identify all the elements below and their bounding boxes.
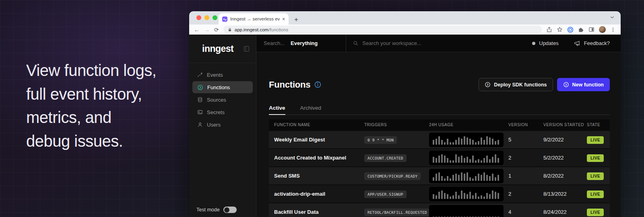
sidebar-item-secrets[interactable]: Secrets <box>192 106 253 118</box>
version: 4 <box>508 209 543 215</box>
search-trigger[interactable]: Search... <box>264 40 285 46</box>
workspace-search[interactable] <box>353 40 532 46</box>
toolbar-actions <box>546 26 616 33</box>
share-icon[interactable] <box>546 27 552 33</box>
bookmark-star-icon[interactable] <box>557 27 563 33</box>
tab-active[interactable]: Active <box>269 105 285 115</box>
megaphone-icon <box>574 40 580 47</box>
table-row[interactable]: Send SMS CUSTOMER/PICKUP.READY 1 8/2/202… <box>269 166 610 184</box>
secrets-icon <box>197 109 203 115</box>
sidebar-item-label: Users <box>207 122 221 128</box>
test-mode-label: Test mode <box>196 207 220 213</box>
close-window-button[interactable] <box>196 15 201 20</box>
deploy-icon <box>485 82 491 88</box>
sidebar-item-label: Sources <box>207 97 226 103</box>
function-name: Account Created to Mixpanel <box>269 155 364 161</box>
function-name: Send SMS <box>269 173 364 179</box>
feedback-label: Feedback? <box>584 40 610 46</box>
browser-tab[interactable]: Inngest → serverless event-dri ✕ <box>219 13 289 25</box>
deploy-button-label: Deploy SDK functions <box>494 82 547 88</box>
table-row[interactable]: Weekly Email Digest 0 9 * * MON 5 9/2/20… <box>269 130 610 148</box>
extensions-puzzle-icon[interactable] <box>578 27 584 33</box>
updates-label: Updates <box>539 40 558 46</box>
new-function-button[interactable]: New function <box>557 78 610 91</box>
table-header: FUNCTION NAME TRIGGERS 24H USAGE VERSION… <box>269 119 610 130</box>
column-header: VERSION <box>508 123 543 127</box>
info-icon[interactable] <box>314 81 321 88</box>
page-title: Functions <box>269 80 321 90</box>
version-started: 8/2/2022 <box>543 173 587 179</box>
hero-line: full event history, <box>26 82 156 106</box>
inngest-favicon <box>222 16 228 22</box>
version: 2 <box>508 191 543 197</box>
sidebar-item-users[interactable]: Users <box>192 119 253 131</box>
trigger-badge: APP/USER.SIGNUP <box>364 190 407 198</box>
forward-icon[interactable]: → <box>204 27 210 33</box>
page-title-text: Functions <box>269 80 310 90</box>
test-mode-control: Test mode <box>196 207 237 213</box>
maximize-window-button[interactable] <box>213 15 217 20</box>
lock-icon <box>227 27 232 32</box>
state-badge: LIVE <box>587 154 604 162</box>
state-badge: LIVE <box>587 172 604 180</box>
function-tabs: Active Archived <box>269 105 610 115</box>
sources-icon <box>197 97 203 102</box>
url-text: app.inngest.com/functions <box>235 27 289 32</box>
sidebar-item-events[interactable]: Events <box>192 69 253 81</box>
browser-tabstrip: Inngest → serverless event-dri ✕ + <box>189 11 621 25</box>
column-header: STATE <box>587 123 610 127</box>
tab-title: Inngest → serverless event-dri <box>230 16 280 21</box>
table-row[interactable]: Account Created to Mixpanel ACCOUNT.CREA… <box>269 148 610 166</box>
state-badge: LIVE <box>587 209 604 216</box>
usage-sparkline <box>429 187 504 201</box>
onepassword-extension-icon[interactable] <box>567 27 574 33</box>
usage-sparkline <box>429 133 504 147</box>
address-bar[interactable]: app.inngest.com/functions <box>223 26 542 33</box>
new-tab-button[interactable]: + <box>294 16 298 23</box>
state-badge: LIVE <box>587 136 604 144</box>
functions-icon <box>197 84 203 90</box>
sidebar-header: inngest <box>189 35 256 63</box>
updates-button[interactable]: Updates <box>532 40 558 46</box>
app-topnav: Search... Everything Updates <box>256 35 621 52</box>
sidebar-nav: Events Functions Sources <box>189 63 256 131</box>
table-row[interactable]: Backfill User Data RETOOL/BACKFILL.REQUE… <box>269 203 610 217</box>
state-badge: LIVE <box>587 190 604 198</box>
usage-sparkline <box>429 205 504 217</box>
sidebar-item-sources[interactable]: Sources <box>192 94 253 106</box>
deploy-sdk-functions-button[interactable]: Deploy SDK functions <box>479 78 553 91</box>
functions-page: Functions Deploy <box>256 52 621 217</box>
feedback-button[interactable]: Feedback? <box>574 40 610 47</box>
column-header: FUNCTION NAME <box>269 123 364 127</box>
tab-archived[interactable]: Archived <box>300 105 322 115</box>
window-controls[interactable] <box>196 15 217 20</box>
chevron-down-icon[interactable] <box>609 14 615 20</box>
browser-menu-icon[interactable] <box>610 27 616 33</box>
search-icon <box>353 41 358 46</box>
profile-avatar[interactable] <box>599 26 606 33</box>
hero-line: metrics, and <box>26 106 156 129</box>
topnav-divider <box>346 35 346 52</box>
function-name: activation-drip-email <box>269 191 364 197</box>
usage-sparkline <box>429 151 504 165</box>
new-function-icon <box>563 82 569 88</box>
minimize-window-button[interactable] <box>204 15 209 20</box>
search-scope-selector[interactable]: Everything <box>291 40 318 46</box>
back-icon[interactable]: ← <box>194 27 200 33</box>
sidebar-item-functions[interactable]: Functions <box>192 81 253 93</box>
reload-icon[interactable]: ⟳ <box>214 27 219 33</box>
table-row[interactable]: activation-drip-email APP/USER.SIGNUP 2 … <box>269 184 610 203</box>
new-function-button-label: New function <box>572 82 604 88</box>
version-started: 5/2/2022 <box>543 155 587 161</box>
version: 2 <box>508 155 543 161</box>
collapse-sidebar-icon[interactable] <box>244 46 250 52</box>
version-started: 8/13/2022 <box>543 191 587 197</box>
test-mode-toggle[interactable] <box>223 207 237 213</box>
url-path: /functions <box>268 27 288 32</box>
close-tab-icon[interactable]: ✕ <box>282 17 285 21</box>
browser-toolbar: ← → ⟳ app.inngest.com/functions <box>189 25 621 35</box>
column-header: 24H USAGE <box>429 123 508 127</box>
side-panel-icon[interactable] <box>588 27 594 33</box>
workspace-search-input[interactable] <box>362 40 483 46</box>
inngest-logo: inngest <box>202 43 233 54</box>
